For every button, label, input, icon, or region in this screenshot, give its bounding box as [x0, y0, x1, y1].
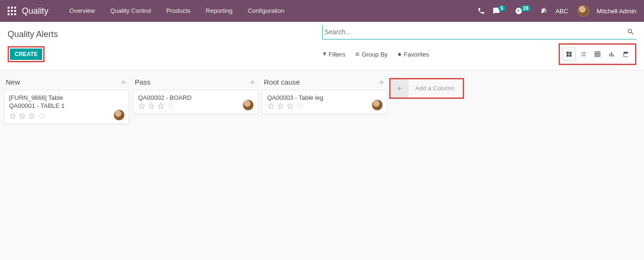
apps-icon[interactable]	[8, 7, 16, 15]
kanban-icon	[566, 51, 572, 58]
calendar-icon	[623, 51, 629, 58]
kanban-add-column-wrapper: Add a Column	[389, 74, 464, 128]
menu-overview[interactable]: Overview	[62, 0, 103, 22]
activities-button[interactable]: 28	[515, 7, 532, 15]
card-line1: QA00003 - Table leg	[267, 94, 382, 101]
add-column-button[interactable]: Add a Column	[391, 79, 463, 97]
messages-badge: 5	[498, 5, 506, 11]
highlight-add-column: Add a Column	[389, 78, 464, 99]
kanban-card[interactable]: [FURN_9666] Table QA00001 - TABLE 1	[4, 90, 129, 124]
activities-badge: 28	[521, 5, 531, 11]
systray: 5 28 ABC Mitchell Admin	[477, 5, 636, 17]
priority-star-3[interactable]	[286, 102, 294, 110]
filters-button[interactable]: Filters	[322, 51, 345, 58]
kanban-column-new: New [FURN_9666] Table QA00001 - TABLE 1	[2, 74, 131, 128]
search-input[interactable]	[325, 28, 627, 36]
highlight-create: CREATE	[8, 46, 45, 62]
column-title[interactable]: Root cause	[264, 78, 300, 86]
card-line2: QA00001 - TABLE 1	[9, 102, 124, 109]
plus-icon	[396, 85, 403, 92]
activity-icon[interactable]	[168, 103, 174, 109]
view-kanban-button[interactable]	[562, 48, 576, 61]
app-brand[interactable]: Quality	[22, 6, 48, 16]
view-list-button[interactable]	[576, 48, 590, 61]
list-view-icon	[580, 51, 587, 58]
grid-icon	[594, 51, 601, 58]
assignee-avatar[interactable]	[243, 99, 254, 111]
star-icon	[397, 52, 402, 57]
kanban-board: New [FURN_9666] Table QA00001 - TABLE 1 …	[0, 70, 644, 132]
search-icon[interactable]	[627, 28, 635, 36]
menu-reporting[interactable]: Reporting	[198, 0, 240, 22]
view-graph-button[interactable]	[605, 48, 619, 61]
kanban-column-pass: Pass QA00002 - BOARD	[131, 74, 260, 128]
activity-icon[interactable]	[38, 113, 45, 119]
priority-star-2[interactable]	[19, 112, 26, 120]
priority-star-3[interactable]	[157, 102, 165, 110]
plus-icon[interactable]	[378, 78, 385, 86]
kanban-card[interactable]: QA00003 - Table leg	[262, 90, 387, 114]
priority-star-1[interactable]	[9, 112, 17, 120]
view-switcher	[562, 48, 633, 61]
breadcrumb: Quality Alerts	[8, 25, 322, 39]
groupby-button[interactable]: Group By	[355, 51, 388, 58]
user-avatar[interactable]	[578, 5, 589, 17]
search-bar[interactable]	[322, 25, 637, 39]
phone-icon[interactable]	[477, 7, 485, 15]
menu-quality-control[interactable]: Quality Control	[103, 0, 159, 22]
menu-configuration[interactable]: Configuration	[240, 0, 292, 22]
funnel-icon	[322, 52, 327, 57]
view-pivot-button[interactable]	[590, 48, 605, 61]
favorites-button[interactable]: Favorites	[397, 51, 429, 58]
activity-icon[interactable]	[297, 103, 303, 109]
add-column-label: Add a Column	[409, 79, 463, 97]
main-menu: Overview Quality Control Products Report…	[62, 0, 292, 22]
kanban-column-root-cause: Root cause QA00003 - Table leg	[260, 74, 389, 128]
priority-star-2[interactable]	[277, 102, 284, 110]
assignee-avatar[interactable]	[372, 99, 383, 111]
menu-products[interactable]: Products	[159, 0, 198, 22]
kanban-card[interactable]: QA00002 - BOARD	[133, 90, 258, 114]
assignee-avatar[interactable]	[113, 109, 125, 121]
priority-star-1[interactable]	[138, 102, 146, 110]
user-name[interactable]: Mitchell Admin	[597, 8, 636, 15]
priority-star-3[interactable]	[28, 112, 36, 120]
priority-star-1[interactable]	[267, 102, 275, 110]
column-title[interactable]: Pass	[135, 78, 150, 86]
plus-icon[interactable]	[120, 78, 127, 86]
list-icon	[355, 52, 360, 57]
column-title[interactable]: New	[6, 78, 20, 86]
card-line1: [FURN_9666] Table	[9, 94, 124, 101]
top-nav: Quality Overview Quality Control Product…	[0, 0, 644, 22]
company-switcher[interactable]: ABC	[555, 8, 568, 15]
create-button[interactable]: CREATE	[10, 48, 42, 60]
view-calendar-button[interactable]	[619, 48, 633, 61]
card-line1: QA00002 - BOARD	[138, 94, 253, 101]
control-panel: Quality Alerts CREATE Filters Group By F…	[0, 22, 644, 70]
tools-icon[interactable]	[540, 7, 548, 15]
bar-chart-icon	[608, 51, 615, 58]
priority-star-2[interactable]	[148, 102, 155, 110]
highlight-view-switcher	[559, 43, 636, 65]
plus-icon[interactable]	[249, 78, 256, 86]
messages-button[interactable]: 5	[493, 7, 508, 15]
